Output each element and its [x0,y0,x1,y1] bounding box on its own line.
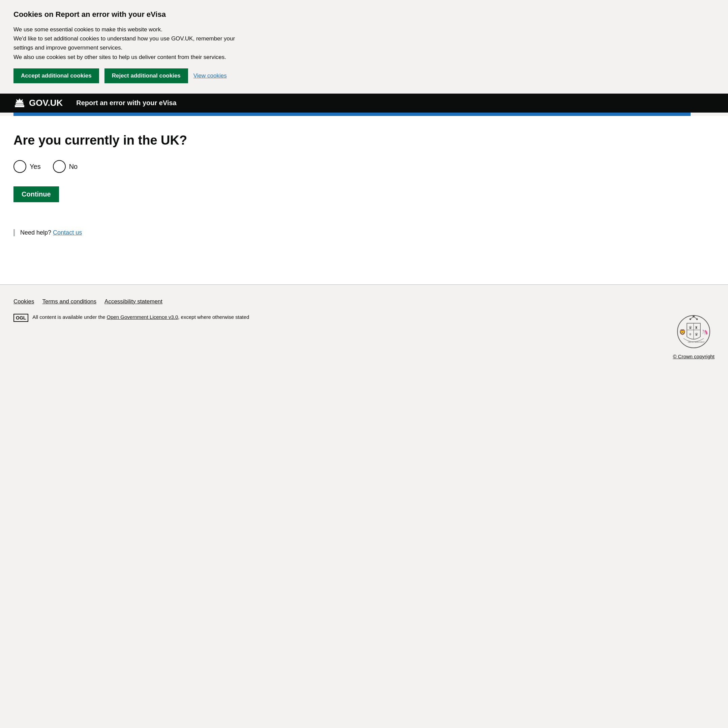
ogl-licence-link[interactable]: Open Government Licence v3.0 [107,314,178,320]
svg-text:🦁: 🦁 [679,329,686,335]
svg-point-13 [696,318,698,320]
site-header: GOV.UK Report an error with your eVisa [0,94,728,113]
reject-cookies-button[interactable]: Reject additional cookies [104,69,188,83]
accept-cookies-button[interactable]: Accept additional cookies [14,69,99,83]
radio-yes-option[interactable]: Yes [14,160,41,173]
cookie-banner-title: Cookies on Report an error with your eVi… [14,10,714,19]
svg-point-12 [690,318,691,320]
svg-text:♛: ♛ [688,325,692,330]
cookie-buttons: Accept additional cookies Reject additio… [14,69,714,83]
footer-link-accessibility[interactable]: Accessibility statement [104,298,162,305]
radio-group-uk: Yes No [14,160,714,173]
svg-text:🦄: 🦄 [701,329,708,335]
svg-text:⚜: ⚜ [688,332,692,336]
page-title: Are you currently in the UK? [14,133,714,148]
help-section: Need help? Contact us [14,229,714,236]
help-text: Need help? Contact us [20,229,714,236]
svg-rect-0 [15,104,24,105]
contact-us-link[interactable]: Contact us [53,229,82,236]
svg-text:♜: ♜ [694,326,698,330]
main-content: Are you currently in the UK? Yes No Cont… [0,116,728,284]
footer-nav: Cookies Terms and conditions Accessibili… [14,298,714,305]
licence-suffix: , except where otherwise stated [178,314,249,320]
radio-no-label: No [69,163,78,171]
service-name: Report an error with your eVisa [76,99,177,107]
svg-rect-1 [15,105,24,107]
gov-uk-text: GOV.UK [29,98,63,108]
site-footer: Cookies Terms and conditions Accessibili… [0,284,728,373]
radio-yes-button[interactable] [14,160,26,173]
footer-bottom: OGL All content is available under the O… [14,313,714,359]
svg-point-11 [693,315,694,318]
licence-prefix: All content is available under the [32,314,107,320]
footer-link-cookies[interactable]: Cookies [14,298,34,305]
need-help-text: Need help? [20,229,51,236]
crown-copyright-link[interactable]: © Crown copyright [673,353,714,359]
crown-copyright-coat-of-arms: ♛ ♜ ⚜ ♛ 🦁 🦄 DIEU ET MON DROIT [675,313,712,350]
continue-button[interactable]: Continue [14,187,59,202]
crown-icon [14,98,26,109]
footer-licence-text: All content is available under the Open … [32,313,249,321]
svg-text:♛: ♛ [694,332,698,337]
footer-link-terms[interactable]: Terms and conditions [42,298,96,305]
radio-no-option[interactable]: No [53,160,78,173]
blue-bar [14,113,691,116]
radio-no-button[interactable] [53,160,66,173]
cookie-banner: Cookies on Report an error with your eVi… [0,0,728,94]
ogl-logo: OGL [14,314,28,322]
svg-text:DIEU ET MON DROIT: DIEU ET MON DROIT [688,341,705,343]
footer-copyright: ♛ ♜ ⚜ ♛ 🦁 🦄 DIEU ET MON DROIT [673,313,714,359]
gov-uk-logo-link[interactable]: GOV.UK [14,98,63,109]
radio-yes-label: Yes [30,163,41,171]
footer-licence: OGL All content is available under the O… [14,313,249,322]
cookie-banner-body: We use some essential cookies to make th… [14,25,249,62]
view-cookies-link[interactable]: View cookies [193,72,227,79]
